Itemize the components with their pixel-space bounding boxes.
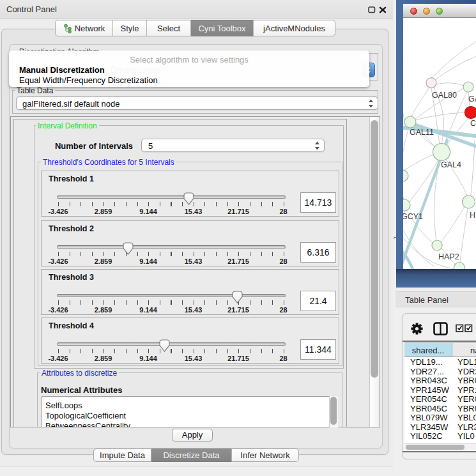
svg-text:GA: GA <box>468 95 476 104</box>
svg-text:HAP2: HAP2 <box>438 252 459 261</box>
svg-text:H: H <box>470 211 475 220</box>
svg-text:GAL11: GAL11 <box>410 128 434 137</box>
svg-text:C: C <box>470 119 476 128</box>
svg-text:GAL4: GAL4 <box>441 160 461 169</box>
svg-text:GCY1: GCY1 <box>403 212 423 221</box>
svg-text:GAL80: GAL80 <box>432 91 457 100</box>
